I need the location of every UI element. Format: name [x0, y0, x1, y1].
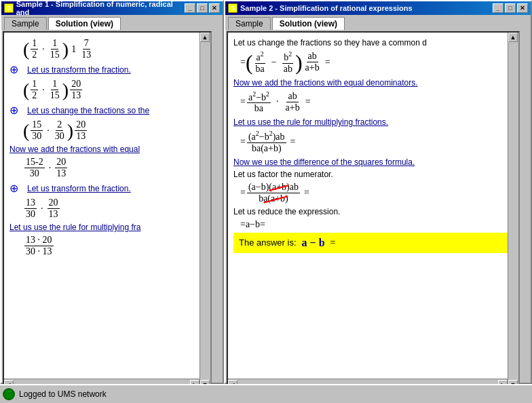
answer-eq: =: [330, 237, 336, 248]
rparen-2: ): [62, 81, 69, 100]
step-3: Now we add the fractions with equal: [10, 145, 205, 154]
fraction-7-13: 7 13: [80, 38, 92, 60]
taskbar: Logged to UMS network: [0, 384, 532, 403]
intro-text: Let us change the fractions so they have…: [233, 38, 508, 47]
expr-1: ( 1 2 · 1 15 ) 1 7 13: [23, 38, 205, 60]
fraction-1-15b: 1 15: [49, 79, 61, 101]
step-w2-rule: Let us use the rule for multiplying frac…: [233, 117, 508, 127]
window1-content: ( 1 2 · 1 15 ) 1 7 13 ⊕: [3, 31, 212, 391]
fraction-1-15: 1 15: [49, 38, 61, 60]
arrow-2: ⊕: [10, 104, 23, 117]
answer-row: The answer is: a − b =: [233, 233, 508, 253]
dot-3: ·: [47, 126, 50, 136]
dot-2: ·: [42, 85, 45, 96]
scroll-up-1[interactable]: ▲: [200, 33, 210, 42]
fraction-1-2b: 1 2: [31, 79, 38, 101]
step-1: ⊕ Let us transform the fraction.: [10, 63, 205, 76]
step-4: ⊕ Let us transform the fraction.: [10, 182, 205, 195]
step-text-add: Now we add the fractions with equal deno…: [233, 78, 417, 88]
expr-6: 13 · 20 30 · 13: [23, 235, 205, 257]
frac-a2mb2-ab-over-baaapb: (a2−b2)ab ba(a+b): [247, 130, 286, 154]
arrow-1: ⊕: [10, 63, 23, 76]
scroll-up-2[interactable]: ▲: [508, 33, 518, 42]
window1-tabs: Sample Solution (view): [1, 15, 223, 30]
frac-a2mb2-ba: a2−b2 ba: [247, 90, 271, 115]
lparen-1: (: [23, 40, 29, 59]
math-content-1: ( 1 2 · 1 15 ) 1 7 13 ⊕: [4, 33, 210, 263]
tab-solution-view-2[interactable]: Solution (view): [272, 17, 345, 30]
step-factor: Let us factor the numerator.: [233, 170, 508, 179]
rparen-3: ): [67, 121, 73, 140]
step-w2-diff: Now we use the difference of the squares…: [233, 157, 508, 167]
window2-titlebar: S Sample 2 - Simplification of rational …: [225, 1, 531, 15]
answer-value: a − b: [302, 237, 325, 249]
window1-title: Sample 1 - Simplification of numeric, ra…: [16, 0, 185, 16]
maximize-button[interactable]: □: [197, 3, 208, 13]
expr-5: 13 30 · 20 13: [23, 197, 205, 220]
lparen-w2-1: (: [246, 52, 253, 73]
expr-w2-1: = ( a2 ba − b2 ab ) ab a+b =: [240, 50, 508, 75]
window1-titlebar: S Sample 1 - Simplification of numeric, …: [1, 1, 223, 15]
fraction-13x20: 13 · 20 30 · 13: [24, 235, 54, 257]
fraction-2-30: 2 30: [54, 119, 66, 142]
eq2-end: =: [305, 96, 311, 107]
step-text-diff: Now we use the difference of the squares…: [233, 157, 415, 167]
step-text-5: Let us use the rule for multiplying fra: [10, 223, 140, 232]
window2: S Sample 2 - Simplification of rational …: [224, 0, 532, 384]
step-text-4: Let us transform the fraction.: [27, 184, 131, 193]
eq2: =: [240, 96, 246, 107]
math-content-2: Let us change the fractions so they have…: [228, 33, 518, 256]
fraction-13-30: 13 30: [24, 197, 37, 220]
step-2: ⊕ Let us change the fractions so the: [10, 104, 205, 117]
expr-w2-3: = (a2−b2)ab ba(a+b) =: [240, 130, 508, 154]
expr-2: ( 1 2 · 1 15 ) 20 13: [23, 79, 205, 101]
fraction-1-2: 1 2: [31, 38, 38, 60]
expr-w2-2: = a2−b2 ba · ab a+b =: [240, 90, 508, 115]
frac-a2-ba: a2 ba: [254, 50, 266, 75]
answer-label: The answer is:: [239, 237, 297, 248]
close-button-2[interactable]: ✕: [517, 3, 528, 13]
expr-3: ( 15 30 · 2 30 ) 20 13: [23, 119, 205, 142]
fraction-20-13b: 20 13: [75, 119, 87, 142]
step-text-2: Let us change the fractions so the: [27, 106, 149, 115]
fraction-15-2-30: 15-2 30: [24, 157, 45, 179]
step-5: Let us use the rule for multiplying fra: [10, 223, 205, 232]
one: 1: [71, 44, 76, 55]
frac-factored: (a−b)(a+b)ab ba(a+b): [247, 182, 300, 204]
scrollbar-right-1[interactable]: ▲ ▼: [200, 33, 210, 389]
window2-icon: S: [228, 3, 238, 13]
minimize-button-2[interactable]: _: [493, 3, 504, 13]
rparen-w2-1: ): [295, 52, 303, 73]
eq3: =: [240, 136, 246, 147]
eq5: =a−b=: [240, 219, 265, 230]
minimize-button[interactable]: _: [185, 3, 195, 13]
scrollbar-right-2[interactable]: ▲ ▼: [508, 33, 518, 389]
maximize-button-2[interactable]: □: [505, 3, 516, 13]
close-button[interactable]: ✕: [209, 3, 220, 13]
window2-title: Sample 2 - Simplification of rational ex…: [240, 4, 413, 12]
fraction-20-13c: 20 13: [55, 157, 67, 179]
dot-5: ·: [41, 204, 43, 214]
eq4-end: =: [304, 187, 309, 198]
fraction-15-30: 15 30: [31, 119, 43, 142]
tab-sample-2[interactable]: Sample: [228, 17, 271, 30]
arrow-4: ⊕: [10, 182, 23, 195]
tab-solution-view-1[interactable]: Solution (view): [48, 17, 121, 30]
window1-icon: S: [4, 3, 14, 13]
fraction-20-13d: 20 13: [48, 197, 60, 220]
eq1-end: =: [325, 57, 330, 68]
taskbar-status: Logged to UMS network: [19, 389, 107, 399]
eq1: =: [240, 57, 246, 68]
step-text-1: Let us transform the fraction.: [27, 65, 131, 75]
start-button[interactable]: [3, 388, 15, 400]
expr-w2-5: =a−b=: [240, 219, 508, 230]
fraction-20-13: 20 13: [70, 79, 82, 101]
dot-w2-1: ·: [276, 96, 279, 107]
expr-4: 15-2 30 · 20 13: [23, 157, 205, 179]
step-reduce: Let us reduce the expression.: [233, 207, 508, 216]
frac-b2-ab: b2 ab: [282, 50, 294, 75]
dot-4: ·: [49, 163, 52, 174]
lparen-3: (: [23, 121, 29, 140]
tab-sample-1[interactable]: Sample: [4, 17, 47, 30]
step-text-rule: Let us use the rule for multiplying frac…: [233, 117, 388, 127]
